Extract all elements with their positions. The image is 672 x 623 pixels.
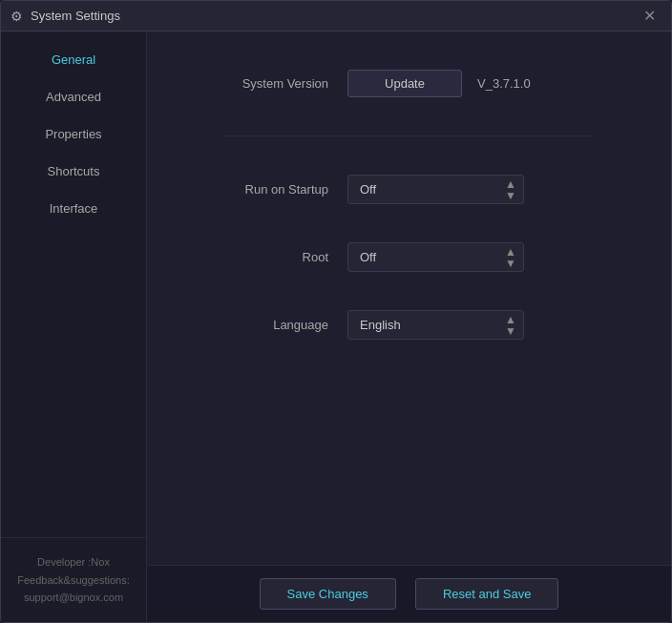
window-title: System Settings [31,9,638,23]
system-version-row: System Version Update V_3.7.1.0 [204,70,614,97]
run-on-startup-control: Off On ▲▼ [347,175,524,204]
run-on-startup-row: Run on Startup Off On ▲▼ [204,175,614,204]
language-select-wrapper: English Chinese Japanese Korean ▲▼ [347,310,524,340]
root-label: Root [204,250,328,264]
divider-1 [223,135,595,136]
language-control: English Chinese Japanese Korean ▲▼ [347,310,524,340]
system-settings-window: ⚙ System Settings ✕ General Advanced Pro… [0,0,672,623]
run-on-startup-select[interactable]: Off On [347,175,524,204]
language-label: Language [204,318,328,332]
gear-icon: ⚙ [10,9,23,24]
settings-area: System Version Update V_3.7.1.0 Run on S… [147,31,671,622]
run-on-startup-select-wrapper: Off On ▲▼ [347,175,524,204]
language-row: Language English Chinese Japanese Korean… [204,310,614,340]
root-select-wrapper: Off On ▲▼ [347,242,524,272]
sidebar-item-shortcuts[interactable]: Shortcuts [1,153,146,190]
sidebar-item-general[interactable]: General [1,41,146,78]
footer-bar: Save Changes Reset and Save [147,565,671,622]
settings-panel: System Version Update V_3.7.1.0 Run on S… [147,31,671,565]
titlebar: ⚙ System Settings ✕ [1,1,671,31]
sidebar-item-advanced[interactable]: Advanced [1,78,146,115]
main-content: General Advanced Properties Shortcuts In… [1,31,671,622]
sidebar-item-properties[interactable]: Properties [1,115,146,153]
developer-info: Developer :Nox Feedback&suggestions: sup… [16,553,131,607]
version-text: V_3.7.1.0 [477,76,531,91]
system-version-control: Update V_3.7.1.0 [347,70,531,97]
close-button[interactable]: ✕ [638,5,662,27]
sidebar-item-interface[interactable]: Interface [1,190,146,227]
sidebar-footer: Developer :Nox Feedback&suggestions: sup… [1,537,146,622]
system-version-label: System Version [204,76,328,91]
run-on-startup-label: Run on Startup [204,182,328,197]
root-select[interactable]: Off On [347,242,524,272]
sidebar: General Advanced Properties Shortcuts In… [1,31,147,622]
reset-and-save-button[interactable]: Reset and Save [415,578,559,610]
root-control: Off On ▲▼ [347,242,524,272]
update-button[interactable]: Update [347,70,462,97]
language-select[interactable]: English Chinese Japanese Korean [347,310,524,340]
root-row: Root Off On ▲▼ [204,242,614,272]
save-changes-button[interactable]: Save Changes [260,578,396,610]
